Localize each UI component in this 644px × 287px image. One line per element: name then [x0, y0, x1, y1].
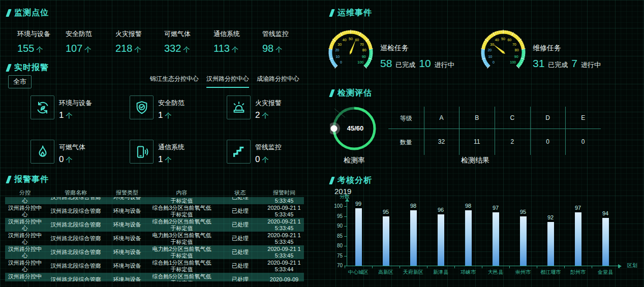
- gauge-dial: 0102030405060708090100: [475, 24, 531, 80]
- grade-count: 0: [530, 138, 566, 145]
- alarm-row[interactable]: 汉州路分控中心汉州路北段综合管廊环境与设备综合舱5分区当前氧气低于标定值已处理2…: [5, 273, 304, 281]
- bar: [493, 212, 499, 266]
- stat-label: 通信系统: [213, 29, 240, 39]
- x-tick: [592, 266, 592, 268]
- x-axis-line: [347, 266, 618, 266]
- gauge-values: 58已完成10进行中: [380, 57, 454, 70]
- stat-number: 113: [213, 43, 230, 54]
- tile-value: 0个: [255, 154, 282, 165]
- alarm-row[interactable]: 汉州路分控中心汉州路北段综合管廊环境与设备综合舱4分区当前氧气低于标定值已处理2…: [5, 197, 304, 204]
- tile-number: 2: [255, 110, 260, 120]
- grade-name: E: [565, 114, 601, 121]
- cell-type: 环境与设备: [107, 263, 147, 269]
- alarm-row[interactable]: 汉州路分控中心汉州路北段综合管廊环境与设备综合舱3分区当前氧气低于标定值已处理2…: [5, 204, 304, 218]
- column-header: 内容: [147, 189, 216, 197]
- cell-content: 综合舱5分区当前氧气低于标定值: [147, 273, 216, 282]
- cell-time: 2020-09-21 15:33:44: [264, 260, 304, 273]
- cell-corridor: 汉州路北段综合管廊: [45, 221, 107, 228]
- cell-status: 已处理: [216, 276, 264, 281]
- tile-number: 1: [158, 154, 163, 164]
- alarm-tile-0[interactable]: 环境与设备1个: [30, 95, 92, 120]
- ring-value: 45/60: [347, 124, 364, 132]
- stat-number: 218: [115, 43, 132, 54]
- title-slash-icon: [329, 89, 334, 97]
- y-tick: [344, 246, 347, 246]
- svg-text:100: 100: [510, 60, 516, 64]
- tab-subcenter-2[interactable]: 成渝路分控中心: [257, 75, 299, 88]
- tab-subcenter-1[interactable]: 汉州路分控中心: [206, 75, 249, 88]
- x-tick: [345, 266, 345, 268]
- tab-subcenter-0[interactable]: 锦江生态分控中心: [150, 75, 199, 88]
- stat-item: 管线监控98个: [262, 29, 289, 54]
- stat-value: 218个: [115, 43, 142, 54]
- bar: [602, 218, 609, 266]
- cell-status: 已处理: [216, 221, 264, 228]
- bar: [547, 222, 554, 266]
- done-count: 58: [380, 57, 392, 70]
- y-tick-label: 85: [329, 233, 343, 239]
- bar: [520, 216, 527, 266]
- y-axis-arrow: [345, 198, 349, 202]
- bar-value-label: 92: [543, 214, 558, 220]
- stat-unit: 个: [134, 46, 141, 53]
- cell-type: 环境与设备: [107, 197, 147, 201]
- stat-unit: 个: [275, 46, 282, 53]
- subcenter-tabs: 锦江生态分控中心汉州路分控中心成渝路分控中心: [150, 75, 299, 88]
- x-tick-label: 邛崃市: [454, 269, 482, 276]
- cell-status: 已处理: [216, 197, 264, 201]
- stat-number: 98: [262, 43, 273, 54]
- ring-handle[interactable]: [331, 125, 338, 132]
- y-tick: [344, 216, 347, 217]
- tile-text: 通信系统1个: [158, 140, 185, 165]
- title-slash-icon: [6, 9, 11, 17]
- tile-unit: 个: [262, 156, 268, 164]
- bar-value-label: 99: [351, 201, 366, 207]
- column-header: 管廊名称: [45, 189, 107, 197]
- city-filter-button[interactable]: 全市: [8, 75, 32, 88]
- grade-hline: [388, 129, 601, 129]
- alarm-row[interactable]: 汉州路分控中心汉州路北段综合管廊环境与设备综合舱1分区当前氧气低于标定值已处理2…: [5, 259, 304, 273]
- x-tick-label: 彭州市: [564, 269, 592, 276]
- x-tick: [482, 266, 482, 268]
- gauge-needle: [350, 40, 356, 55]
- cell-subcenter: 汉州路分控中心: [5, 273, 45, 282]
- svg-text:0: 0: [493, 60, 495, 64]
- svg-text:0: 0: [340, 60, 342, 64]
- alarm-row[interactable]: 汉州路分控中心汉州路北段综合管廊环境与设备综合舱2分区当前氧气低于标定值已处理2…: [5, 218, 304, 232]
- alarm-tile-1[interactable]: 安全防范1个: [130, 95, 185, 120]
- flame-icon: [30, 140, 54, 164]
- y-tick-label: 100: [329, 203, 343, 209]
- x-tick: [427, 266, 427, 268]
- x-tick: [454, 266, 455, 268]
- alarm-tile-2[interactable]: 火灾报警2个: [227, 95, 282, 120]
- tile-unit: 个: [262, 112, 268, 119]
- grade-name: A: [424, 114, 459, 121]
- tile-unit: 个: [165, 112, 171, 119]
- cell-time: 2020-09-21 15:33:45: [264, 246, 304, 259]
- x-tick-label: 大邑县: [481, 269, 510, 276]
- tile-label: 火灾报警: [255, 99, 282, 108]
- grade-count: 32: [424, 138, 459, 145]
- x-tick-label: 都江堰市: [536, 269, 565, 276]
- section-title-realtime-alarm: 实时报警: [7, 63, 49, 72]
- x-tick: [537, 266, 537, 268]
- svg-text:70: 70: [512, 43, 516, 46]
- alarm-tile-4[interactable]: 通信系统1个: [130, 140, 185, 165]
- stat-item: 火灾报警218个: [115, 29, 142, 54]
- alarm-row[interactable]: 汉州路分控中心汉州路北段综合管廊环境与设备电力舱2分区当前氧气低于标定值已处理2…: [5, 245, 304, 259]
- alarm-tile-5[interactable]: 管线监控0个: [227, 140, 282, 165]
- detection-rate-label: 检测率: [329, 156, 380, 165]
- in-progress-label: 进行中: [435, 60, 454, 70]
- x-tick: [509, 266, 510, 268]
- svg-text:10: 10: [488, 55, 492, 58]
- alarm-row[interactable]: 汉州路分控中心汉州路北段综合管廊环境与设备电力舱3分区当前氧气低于标定值已处理2…: [5, 232, 304, 245]
- tile-number: 1: [158, 110, 163, 120]
- grade-name: D: [530, 114, 566, 121]
- bar-value-label: 98: [406, 203, 421, 209]
- cell-content: 综合舱4分区当前氧气低于标定值: [147, 197, 216, 204]
- alarm-tile-3[interactable]: 可燃气体0个: [30, 140, 85, 165]
- tile-label: 通信系统: [158, 143, 185, 152]
- svg-text:80: 80: [362, 48, 366, 52]
- grade-count: 0: [565, 138, 601, 145]
- cell-status: 已处理: [216, 235, 264, 242]
